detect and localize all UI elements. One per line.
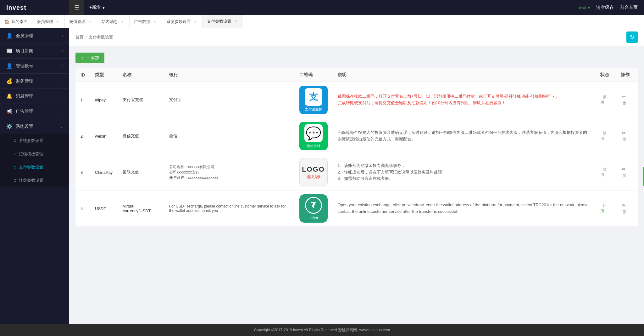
status-badge: 禁用 (600, 130, 607, 141)
delete-button[interactable]: 🗑 (621, 136, 628, 142)
cell-status: 禁用 (595, 154, 616, 191)
member-icon: 👤 (6, 33, 13, 39)
refresh-button[interactable]: ↻ (626, 31, 638, 43)
cell-desc: Open your existing exchange, click on wi… (333, 191, 596, 227)
cell-name: 支付宝充值 (118, 82, 164, 118)
breadcrumb-home-link[interactable]: 首页 (75, 34, 84, 40)
cell-bank-info: 公司名称：xxxxxx有限公司 公司xxxxxxxx支行 开户账户：xxxxxx… (164, 154, 294, 191)
sidebar-item-system[interactable]: ⚙️ 系统设置 ∨ (0, 119, 69, 134)
table-row: 2 weixin 微信充值 微信 💬 微信支付 为保障每个投资人的投资资金准确无… (75, 118, 638, 154)
finance-icon: 💰 (6, 78, 13, 84)
usdt-desc: Open your existing exchange, click on wi… (338, 202, 591, 215)
edit-button[interactable]: ✏ (621, 202, 627, 208)
footer: Copyright ©2017-2019 invest All Rights R… (0, 324, 644, 336)
chinapay-logo-text: LOGO (302, 165, 325, 174)
sidebar-item-pay-params[interactable]: 支付参数设置 (0, 161, 69, 174)
sidebar-item-message[interactable]: 🔔 消息管理 ‹ (0, 89, 69, 104)
tab-close-pay[interactable]: × (233, 19, 238, 24)
tab-ad-data[interactable]: 广告数据 × (130, 15, 162, 28)
payment-params-table: ID 类型 名称 银行 二维码 说明 状态 操作 1 alipay (75, 68, 638, 226)
user-dropdown-icon: ▾ (588, 5, 590, 10)
clear-cache-button[interactable]: 清空缓存 (596, 5, 614, 10)
sidebar-item-sys-params[interactable]: 系统参数设置 (0, 134, 69, 147)
dot-icon (14, 140, 16, 142)
sidebar-item-sms-tpl[interactable]: 短信模板管理 (0, 147, 69, 161)
manage-icon: 👤 (6, 63, 13, 69)
sidebar-item-member[interactable]: 👤 会员管理 ‹ (0, 28, 69, 43)
edit-button[interactable]: ✏ (621, 166, 627, 172)
top-header: invest ☰ +新增 ▾ root ▾ 清空缓存 前台首页 (0, 0, 644, 15)
cell-status: 禁用 (595, 118, 616, 154)
chinapay-demo-text: 测试演示 (307, 175, 320, 179)
ad-icon: 📢 (6, 108, 13, 114)
table-row: 1 alipay 支付宝充值 支付宝 支 支付宝支付 截图保存收款二维码，打开支… (75, 82, 638, 118)
cell-bank-info: For USDT recharge, please contact online… (164, 191, 294, 227)
tab-close-ad[interactable]: × (152, 19, 157, 24)
home-icon: 🏠 (4, 19, 9, 24)
breadcrumb-current: 支付参数设置 (89, 34, 113, 40)
manage-arrow-icon: ‹ (62, 64, 63, 68)
tab-home[interactable]: 🏠 我的桌面 (0, 15, 32, 28)
cell-bank: 微信 (164, 118, 294, 154)
tab-close-recharge[interactable]: × (87, 19, 92, 24)
tab-station-message[interactable]: 站内消息 × (97, 15, 130, 28)
sidebar-item-news[interactable]: 📰 项目新闻 ‹ (0, 43, 69, 59)
tab-sys-params[interactable]: 系统参数设置 × (162, 15, 203, 28)
wechat-label: 微信支付 (307, 144, 320, 148)
cell-qr: LOGO 测试演示 (294, 154, 333, 191)
cell-desc: 1、该账号为兆微金投专属充值服务， 2、转账成功后，请在下方填写汇款说明以便财务… (333, 154, 596, 191)
sidebar-item-manage[interactable]: 👤 管理帐号 ‹ (0, 59, 69, 74)
cell-name: Virtual currency/USDT (118, 191, 164, 227)
tether-icon: ₮ (305, 197, 322, 214)
dot-icon (14, 153, 16, 155)
news-icon: 📰 (6, 48, 13, 54)
col-header-status: 状态 (595, 68, 616, 82)
tab-recharge-management[interactable]: 充值管理 × (65, 15, 97, 28)
cell-name: 银联充值 (118, 154, 164, 191)
delete-button[interactable]: 🗑 (621, 208, 628, 215)
edit-button[interactable]: ✏ (621, 130, 627, 136)
col-header-type: 类型 (90, 68, 118, 82)
hamburger-button[interactable]: ☰ (69, 0, 84, 15)
tab-close-message[interactable]: × (120, 19, 125, 24)
breadcrumb-separator: / (86, 35, 87, 40)
col-header-desc: 说明 (333, 68, 596, 82)
breadcrumb: 首页 / 支付参数设置 ↻ (69, 28, 644, 46)
ad-arrow-icon: ‹ (62, 109, 63, 114)
cell-status: 启用 (595, 191, 616, 227)
table-row: 4 USDT Virtual currency/USDT For USDT re… (75, 191, 638, 227)
tab-close-member[interactable]: × (55, 19, 60, 24)
cell-id: 1 (75, 82, 90, 118)
sidebar-item-finance[interactable]: 💰 财务管理 ‹ (0, 74, 69, 89)
front-page-button[interactable]: 前台首页 (620, 5, 638, 10)
col-header-name: 名称 (118, 68, 164, 82)
new-dropdown-button[interactable]: +新增 ▾ (84, 0, 110, 15)
alipay-qr-image: 支 支付宝支付 (299, 86, 328, 114)
tab-pay-params[interactable]: 支付参数设置 × (203, 15, 243, 28)
tab-close-sys[interactable]: × (193, 19, 198, 24)
table-row: 3 ChinaPay 银联充值 公司名称：xxxxxx有限公司 公司xxxxxx… (75, 154, 638, 191)
news-arrow-icon: ‹ (62, 49, 63, 53)
sidebar-item-disk-params[interactable]: 转盘参数设置 (0, 174, 69, 187)
page-content: ＋ + 添加 ID 类型 名称 银行 二维码 说明 状态 操作 (69, 46, 644, 233)
col-header-op: 操作 (616, 68, 638, 82)
chinapay-qr-image: LOGO 测试演示 (299, 158, 328, 186)
message-arrow-icon: ‹ (62, 94, 63, 99)
app-logo: invest (0, 4, 69, 11)
cell-type: alipay (90, 82, 118, 118)
delete-button[interactable]: 🗑 (621, 100, 628, 106)
cell-desc: 截图保存收款二维码，打开支付宝右上角+号扫一扫，识别相册中二维码付款；或打开支付… (333, 82, 596, 118)
main-layout: 👤 会员管理 ‹ 📰 项目新闻 ‹ 👤 管理帐号 ‹ 💰 财务管理 ‹ 🔔 消息… (0, 28, 644, 324)
edit-button[interactable]: ✏ (621, 94, 627, 100)
delete-button[interactable]: 🗑 (621, 172, 628, 179)
tab-member-management[interactable]: 会员管理 × (32, 15, 65, 28)
sidebar-item-ad[interactable]: 📢 广告管理 ‹ (0, 104, 69, 119)
status-badge: 禁用 (600, 167, 607, 178)
cell-bank: 支付宝 (164, 82, 294, 118)
user-menu[interactable]: root ▾ (579, 5, 590, 10)
cell-qr: 💬 微信支付 (294, 118, 333, 154)
col-header-id: ID (75, 68, 90, 82)
add-button[interactable]: ＋ + 添加 (75, 53, 104, 63)
hamburger-icon: ☰ (74, 4, 79, 11)
status-badge: 启用 (600, 203, 607, 214)
